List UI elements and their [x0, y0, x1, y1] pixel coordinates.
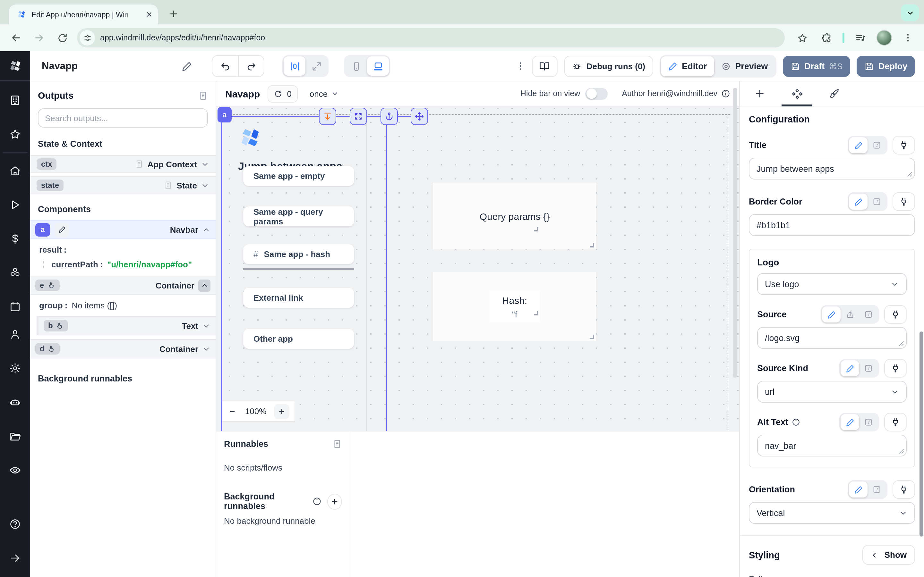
- border-color-input[interactable]: #b1b1b1: [749, 214, 915, 236]
- resize-corner-icon[interactable]: [590, 335, 594, 339]
- styling-brush-tab[interactable]: [816, 81, 853, 106]
- fill-height-handle[interactable]: [319, 108, 336, 125]
- source-static-button[interactable]: [822, 306, 841, 322]
- insert-component-tab[interactable]: [741, 81, 779, 106]
- mobile-view-button[interactable]: [345, 56, 367, 76]
- ctx-chevron-icon[interactable]: [201, 160, 209, 168]
- title-fx-button[interactable]: f: [867, 137, 886, 153]
- state-row[interactable]: state State: [30, 176, 216, 194]
- zoom-out-button[interactable]: −: [227, 406, 237, 417]
- draft-button[interactable]: Draft ⌘S: [782, 55, 850, 77]
- logo-select[interactable]: Use logo: [757, 273, 907, 295]
- component-a-row[interactable]: a Navbar: [30, 220, 216, 239]
- source-kind-select[interactable]: url: [757, 381, 907, 403]
- variables-dollar-icon[interactable]: [5, 227, 25, 250]
- search-outputs-field[interactable]: [38, 108, 208, 127]
- extensions-icon[interactable]: [818, 29, 835, 46]
- component-d-expand-icon[interactable]: [202, 345, 210, 353]
- audit-eye-icon[interactable]: [5, 458, 25, 482]
- settings-gear-icon[interactable]: [5, 356, 25, 380]
- border-color-fx-button[interactable]: f: [867, 193, 886, 210]
- resize-grip-icon[interactable]: [898, 340, 904, 346]
- orientation-static-button[interactable]: [849, 482, 867, 498]
- desktop-view-button[interactable]: [367, 56, 389, 76]
- rename-pencil-icon[interactable]: [182, 61, 192, 71]
- url-bar[interactable]: app.windmill.dev/apps/edit/u/henri/navap…: [77, 28, 785, 47]
- selected-component-tag[interactable]: a: [218, 107, 232, 122]
- anchor-handle[interactable]: [381, 108, 398, 125]
- collapse-arrow-icon[interactable]: [5, 546, 25, 569]
- alt-text-connect-plug-button[interactable]: [884, 413, 907, 432]
- alt-text-info-icon[interactable]: [792, 418, 800, 426]
- alt-text-fx-button[interactable]: f: [859, 414, 878, 430]
- source-input[interactable]: /logo.svg: [757, 327, 907, 349]
- folders-icon[interactable]: [5, 424, 25, 448]
- resize-corner-icon[interactable]: [590, 243, 594, 247]
- source-kind-connect-plug-button[interactable]: [884, 359, 907, 378]
- query-params-panel[interactable]: Query params {}: [433, 183, 596, 250]
- state-chevron-icon[interactable]: [201, 181, 209, 189]
- orientation-fx-button[interactable]: f: [867, 482, 886, 498]
- source-kind-static-button[interactable]: [841, 360, 859, 376]
- hide-bar-toggle[interactable]: [585, 87, 607, 100]
- component-b-row[interactable]: b Text: [39, 316, 216, 335]
- component-e-collapse-icon[interactable]: [198, 279, 210, 292]
- component-e-row[interactable]: e Container: [30, 276, 216, 295]
- source-kind-fx-button[interactable]: f: [859, 360, 878, 376]
- editor-tab[interactable]: Editor: [661, 56, 714, 76]
- move-handle[interactable]: [411, 108, 428, 125]
- media-controls-icon[interactable]: [852, 29, 869, 46]
- orientation-connect-plug-button[interactable]: [893, 480, 915, 499]
- runs-play-icon[interactable]: [5, 193, 25, 216]
- profile-avatar[interactable]: [877, 30, 892, 45]
- settings-components-tab[interactable]: [779, 81, 816, 106]
- preview-tab[interactable]: Preview: [714, 56, 775, 76]
- deploy-button[interactable]: Deploy: [857, 55, 915, 77]
- redo-button[interactable]: [238, 56, 264, 76]
- panel-scrollbar[interactable]: [919, 332, 923, 537]
- component-a-collapse-icon[interactable]: [202, 226, 210, 234]
- hash-panel[interactable]: Hash: "f: [433, 272, 596, 341]
- users-icon[interactable]: [5, 322, 25, 346]
- source-fx-button[interactable]: f: [859, 306, 878, 322]
- site-settings-icon[interactable]: [79, 30, 95, 45]
- add-background-runnable-button[interactable]: [328, 493, 342, 509]
- component-d-row[interactable]: d Container: [30, 339, 216, 358]
- home-icon[interactable]: [5, 159, 25, 182]
- styling-show-button[interactable]: Show: [863, 545, 915, 565]
- ctx-row[interactable]: ctx App Context: [30, 155, 216, 173]
- browser-menu-icon[interactable]: [900, 29, 916, 46]
- workspace-icon[interactable]: [5, 89, 25, 111]
- expand-handle[interactable]: [350, 108, 367, 125]
- component-b-expand-icon[interactable]: [202, 322, 210, 330]
- resources-boxes-icon[interactable]: [5, 261, 25, 284]
- zoom-in-button[interactable]: +: [274, 404, 289, 419]
- nav-item-same-app-query[interactable]: Same app - query params: [243, 206, 354, 226]
- nav-item-external-link[interactable]: External link: [243, 288, 354, 308]
- background-info-icon[interactable]: [313, 497, 322, 506]
- favorites-star-icon[interactable]: [5, 122, 25, 145]
- nav-item-other-app[interactable]: Other app: [243, 329, 354, 349]
- component-a-pencil-icon[interactable]: [55, 223, 69, 236]
- search-outputs-input[interactable]: [45, 113, 201, 123]
- title-input[interactable]: Jump between apps: [749, 158, 915, 179]
- canvas-scrollbar[interactable]: [733, 88, 737, 378]
- refresh-count-button[interactable]: 0: [268, 85, 298, 102]
- docs-book-button[interactable]: [532, 55, 557, 77]
- runnables-doc-icon[interactable]: [333, 439, 342, 449]
- outputs-doc-icon[interactable]: [198, 91, 208, 100]
- back-icon[interactable]: [8, 29, 24, 46]
- resize-grip-icon[interactable]: [898, 448, 904, 454]
- reload-icon[interactable]: [54, 29, 71, 46]
- more-menu-icon[interactable]: [515, 61, 525, 71]
- source-connect-plug-button[interactable]: [884, 305, 907, 324]
- orientation-select[interactable]: Vertical: [749, 502, 915, 524]
- forward-icon[interactable]: [31, 29, 47, 46]
- nav-item-same-app-hash[interactable]: # Same app - hash: [243, 244, 354, 264]
- run-mode-dropdown[interactable]: once: [310, 89, 338, 98]
- author-info-icon[interactable]: [721, 89, 730, 98]
- title-connect-plug-button[interactable]: [893, 136, 915, 155]
- help-icon[interactable]: [5, 512, 25, 535]
- border-color-connect-plug-button[interactable]: [893, 192, 915, 211]
- border-color-static-button[interactable]: [849, 193, 867, 210]
